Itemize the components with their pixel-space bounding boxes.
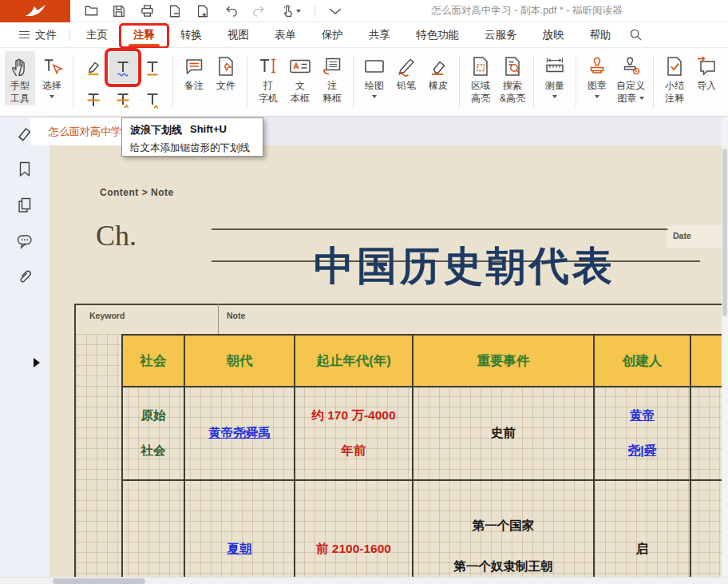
redo-icon[interactable] (251, 3, 267, 19)
underline-tool[interactable] (138, 52, 167, 83)
cell-text: 原始 (141, 407, 166, 424)
menu-tab-home[interactable]: 主页 (73, 22, 121, 48)
summary-notes-label: 小结 注释 (665, 80, 684, 105)
note-comment-button[interactable]: 备注 (179, 51, 209, 93)
menu-tab-share[interactable]: 共享 (356, 22, 403, 48)
table-header-events: 重要事件 (413, 336, 595, 387)
search-highlight-button[interactable]: 搜索 &高亮 (497, 51, 528, 105)
cell-text: 第一个国家 (473, 518, 535, 534)
table-cell-society: 原始 社会 (123, 387, 185, 481)
open-file-icon[interactable] (83, 3, 99, 19)
menu-file[interactable]: 文件 (10, 28, 66, 42)
drawing-button[interactable]: 绘图 (359, 51, 390, 99)
dynasty-link[interactable]: 黄帝尧舜禹 (208, 425, 271, 442)
table-cell-dynasty: 夏朝 (185, 481, 295, 577)
cell-text: 第一个奴隶制王朝 (454, 558, 553, 575)
stamp-button[interactable]: 图章 (582, 51, 612, 99)
dynasty-link[interactable]: 夏朝 (228, 541, 252, 558)
import-comments-button[interactable]: 导入 (691, 51, 722, 93)
stamp-label: 图章 (588, 80, 607, 93)
pencil-label: 铅笔 (397, 80, 416, 93)
bookmarks-panel-icon[interactable] (16, 161, 34, 178)
print-icon[interactable] (139, 3, 155, 19)
document-viewport[interactable]: Content > Note Ch. Date 中国历史朝代表 Keyword … (49, 145, 722, 577)
comment-ribbon: 手型 工具 选择 (0, 48, 728, 117)
attachments-panel-icon[interactable] (16, 268, 34, 286)
menu-tab-help[interactable]: 帮助 (577, 22, 624, 48)
file-attachment-label: 文件 (216, 80, 235, 93)
menu-tab-present[interactable]: 放映 (530, 22, 577, 48)
horizontal-scrollbar[interactable] (0, 577, 728, 584)
cell-text: 启 (636, 541, 649, 558)
select-dropdown-caret[interactable] (49, 95, 54, 98)
summary-notes-button[interactable]: 小结 注释 (659, 51, 690, 105)
stamp-icon (586, 54, 608, 79)
menu-tab-convert[interactable]: 转换 (168, 22, 215, 48)
menu-tab-view[interactable]: 视图 (215, 22, 262, 48)
hand-tool-button[interactable]: 手型 工具 (5, 51, 35, 105)
document-tab-label: 怎么面对高中学习 (49, 125, 132, 139)
typewriter-button[interactable]: 打 字机 (253, 51, 283, 105)
pages-panel-icon[interactable] (16, 197, 34, 214)
measure-dropdown-caret[interactable] (552, 95, 557, 98)
history-table: 社会 朝代 起止年代(年) 重要事件 创建人 原始 社会 黄帝尧舜禹 约 170… (121, 334, 722, 577)
textbox-button[interactable]: 文 本框 (285, 51, 315, 105)
pencil-button[interactable]: 铅笔 (391, 51, 421, 93)
window-title: 怎么面对高中学习 - 副本.pdf * - 福昕阅读器 (343, 4, 710, 18)
select-tool-button[interactable]: 选择 (37, 51, 67, 99)
menu-tab-comment[interactable]: 注释 (121, 22, 168, 48)
measure-button[interactable]: 测量 (540, 51, 570, 99)
cell-text: 年前 (342, 443, 366, 459)
comments-panel-icon[interactable] (16, 232, 34, 250)
ribbon-divider (653, 56, 654, 108)
file-attachment-button[interactable]: 文件 (211, 51, 241, 93)
horizontal-scrollbar-thumb[interactable] (53, 578, 145, 584)
undo-icon[interactable] (223, 3, 239, 19)
eraser-icon (427, 54, 449, 79)
drawing-dropdown-caret[interactable] (372, 95, 377, 98)
table-cell-events: 史前 (413, 387, 595, 481)
founder-link[interactable]: 尧|舜 (628, 443, 656, 459)
table-header-period: 起止年代(年) (295, 336, 413, 387)
highlight-text-tool[interactable] (79, 52, 108, 83)
callout-button[interactable]: 注 释框 (317, 51, 347, 105)
touch-mode-icon[interactable] (279, 3, 303, 19)
area-highlight-button[interactable]: 区域 高亮 (465, 51, 496, 105)
touch-mode-dropdown-caret[interactable] (296, 10, 301, 13)
hamburger-icon (19, 29, 30, 41)
hand-tool-label: 手型 工具 (10, 80, 30, 105)
stamp-dropdown-caret[interactable] (595, 95, 599, 98)
replace-text-tool[interactable] (109, 84, 137, 115)
menu-tab-cloud[interactable]: 云服务 (472, 22, 530, 48)
menu-tab-features[interactable]: 特色功能 (403, 22, 472, 48)
ribbon-divider (247, 56, 247, 108)
close-document-icon[interactable] (167, 3, 183, 19)
ribbon-divider (533, 56, 534, 108)
search-highlight-icon (501, 54, 524, 79)
textbox-label: 文 本框 (291, 80, 310, 105)
ribbon-divider (73, 56, 73, 108)
column-divider (218, 304, 219, 334)
collapse-toolbar-chevron-icon[interactable] (327, 3, 343, 19)
insert-text-tool[interactable] (138, 84, 167, 115)
custom-stamp-button[interactable]: 自定义 图章 (614, 51, 647, 105)
vertical-scrollbar-thumb[interactable] (722, 149, 727, 316)
note-label: Note (227, 311, 245, 320)
cell-text: 前 2100-1600 (316, 541, 391, 558)
typewriter-icon (257, 54, 279, 79)
table-header-dynasty: 朝代 (185, 336, 295, 387)
eraser-button[interactable]: 橡皮 (423, 51, 453, 93)
menu-tab-protect[interactable]: 保护 (309, 22, 356, 48)
founder-link[interactable]: 黄帝 (630, 407, 655, 424)
menu-file-label: 文件 (35, 28, 57, 42)
table-cell-period: 约 170 万-4000 年前 (295, 387, 413, 481)
select-tool-label: 选择 (42, 80, 61, 93)
expand-panel-arrow[interactable] (34, 358, 40, 367)
strikeout-tool[interactable] (79, 84, 108, 115)
vertical-scrollbar[interactable] (722, 117, 728, 577)
squiggly-underline-tool[interactable] (109, 52, 137, 83)
search-icon[interactable] (629, 28, 643, 42)
save-icon[interactable] (111, 3, 127, 19)
new-document-icon[interactable] (195, 3, 211, 19)
menu-tab-form[interactable]: 表单 (262, 22, 309, 48)
